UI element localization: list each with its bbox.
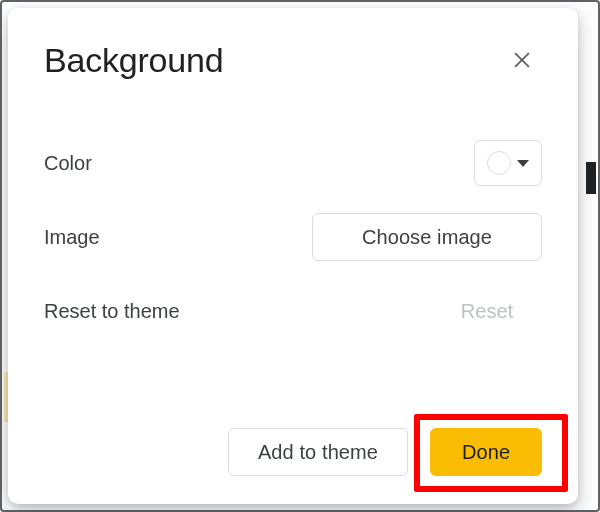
background-dialog: Background Color Image Choose image Rese… (8, 8, 578, 504)
color-swatch (487, 151, 511, 175)
color-row: Color (44, 126, 542, 200)
choose-image-button[interactable]: Choose image (312, 213, 542, 261)
dialog-body: Color Image Choose image Reset to theme … (44, 126, 542, 408)
dialog-actions: Add to theme Done (44, 428, 542, 476)
close-icon (511, 49, 533, 71)
image-label: Image (44, 226, 100, 249)
decorative-stripe (586, 162, 596, 194)
reset-label: Reset to theme (44, 300, 180, 323)
close-button[interactable] (502, 40, 542, 80)
dialog-title: Background (44, 41, 223, 80)
dialog-header: Background (44, 40, 542, 80)
chevron-down-icon (517, 160, 529, 167)
color-picker-button[interactable] (474, 140, 542, 186)
reset-button: Reset (432, 287, 542, 335)
add-to-theme-button[interactable]: Add to theme (228, 428, 408, 476)
reset-row: Reset to theme Reset (44, 274, 542, 348)
color-label: Color (44, 152, 92, 175)
done-button[interactable]: Done (430, 428, 542, 476)
image-row: Image Choose image (44, 200, 542, 274)
